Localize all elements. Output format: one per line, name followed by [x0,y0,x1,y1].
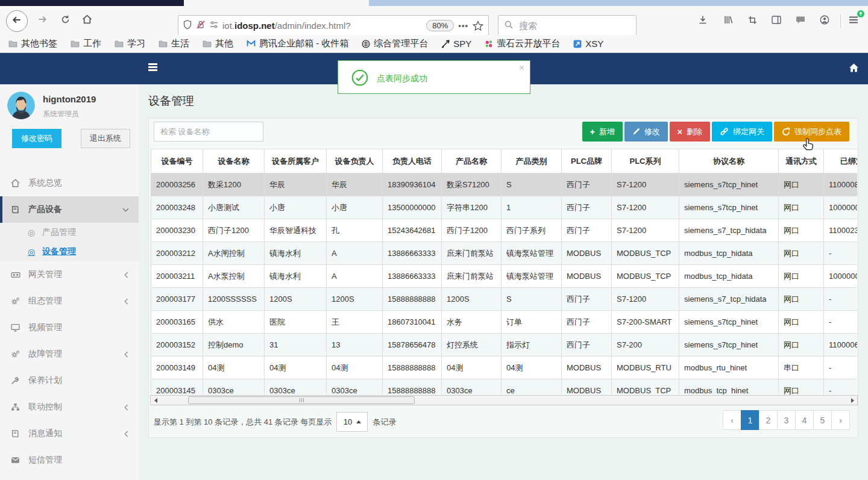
bookmark-item[interactable]: SPY [441,39,471,49]
camera-icon [11,271,22,279]
pager-next[interactable]: › [831,410,850,430]
新增-button[interactable]: +新增 [582,122,623,142]
table-row[interactable]: 2000031771200SSSSSS1200S1200S15888888888… [151,288,858,311]
column-header[interactable]: 已绑定网关 [824,149,858,173]
table-row[interactable]: 200003165供水医院王18607310041水务订单西门子S7-200-S… [151,311,858,334]
table-row[interactable]: 2000031450303ce0303ce0303ce1588888888803… [151,379,858,395]
table-cell: 网口 [779,334,824,357]
scroll-right-arrow[interactable] [848,396,857,405]
table-cell: 13500000000 [383,196,442,219]
pager-prev[interactable]: ‹ [723,410,741,430]
sidebar-item-视频管理[interactable]: 视频管理 [0,314,139,341]
insecure-lock-icon[interactable] [196,20,206,32]
sidebar-toggle-button[interactable] [148,63,157,72]
change-password-button[interactable]: 修改密码 [12,129,61,148]
device-search-input[interactable] [154,122,263,142]
column-header[interactable]: 通讯方式 [779,149,824,173]
permissions-icon[interactable] [210,20,218,31]
logout-button[interactable]: 退出系统 [81,129,130,148]
bookmark-item[interactable]: 综合管理平台 [362,38,428,49]
column-header[interactable]: 设备名称 [203,149,265,173]
scrollbar-thumb[interactable] [188,396,415,404]
close-icon[interactable]: × [519,63,524,73]
table-cell: 镇海泵站管理 [502,242,562,265]
bookmark-item[interactable]: 萤石云开放平台 [485,38,560,49]
bookmark-item[interactable]: 腾讯企业邮箱 - 收件箱 [247,38,348,49]
sidebar-item-故障管理[interactable]: 故障管理 [0,341,139,367]
horizontal-scrollbar[interactable] [150,395,858,405]
bookmark-item[interactable]: 其他 [203,38,233,49]
table-cell: 15888888888 [383,357,442,379]
table-row[interactable]: 200003256数采1200华辰华辰18390936104数采S71200S西… [151,173,858,196]
sidebar-item-组态管理[interactable]: 组态管理 [0,288,139,314]
downloads-button[interactable] [693,11,712,31]
bookmark-item[interactable]: 生活 [159,38,189,49]
sidebar-item-产品管理[interactable]: ◎产品管理 [0,223,139,242]
table-cell: 200003230 [151,219,203,242]
page-size-dropdown[interactable]: 10 [336,412,368,432]
sidebar-item-设备管理[interactable]: ◎设备管理 [0,242,139,261]
sidebar-item-系统总览[interactable]: 系统总览 [0,170,139,196]
account-button[interactable] [815,11,834,31]
sidebar-item-网关管理[interactable]: 网关管理 [0,261,139,288]
window-titlebar-dark [0,0,184,6]
table-cell: 网口 [779,311,824,334]
sidebar-item-clipped[interactable] [0,473,139,480]
bookmarks-bar: 其他书签工作学习生活其他腾讯企业邮箱 - 收件箱综合管理平台SPY萤石云开放平台… [0,35,868,53]
column-header[interactable]: PLC系列 [612,149,679,173]
scroll-left-arrow[interactable] [151,396,160,405]
pager-page-3[interactable]: 3 [777,410,796,430]
column-header[interactable]: 设备负责人 [327,149,383,173]
sidebar-item-短信管理[interactable]: 短信管理 [0,447,139,473]
pager-page-4[interactable]: 4 [795,410,814,430]
删除-button[interactable]: ×删除 [670,122,710,142]
shield-icon[interactable] [183,20,192,32]
pager-page-5[interactable]: 5 [813,410,832,430]
menu-button[interactable] [844,11,863,31]
messages-button[interactable] [791,11,810,31]
sidebar-item-消息通知[interactable]: 消息通知 [0,420,139,447]
browser-search-input[interactable] [518,20,630,31]
column-header[interactable]: PLC品牌 [562,149,612,173]
绑定网关-button[interactable]: 绑定网关 [712,122,772,142]
sidebar-item-联动控制[interactable]: 联动控制 [0,394,139,420]
browser-search-bar[interactable] [498,15,637,36]
bookmark-item[interactable]: 其他书签 [8,38,57,49]
sidebar-item-产品设备[interactable]: 产品设备 [0,196,139,223]
table-row[interactable]: 20000314904测04测04测1588888888804测04测MODBU… [151,357,858,379]
browser-home-button[interactable] [77,11,96,30]
column-header[interactable]: 设备所属客户 [265,149,327,173]
table-cell: 网口 [779,265,824,288]
forward-button[interactable] [33,11,52,30]
sidebar-item-保养计划[interactable]: 保养计划 [0,367,139,394]
column-header[interactable]: 设备编号 [151,149,203,173]
column-header[interactable]: 产品名称 [442,149,502,173]
bookmark-star-icon[interactable] [473,20,483,31]
app-home-icon[interactable] [849,63,859,72]
column-header[interactable]: 协议名称 [679,149,779,173]
screenshot-button[interactable] [743,11,762,31]
url-bar[interactable]: iot.idosp.net/admin/index.html? 80% ••• [178,15,489,36]
强制同步点表-button[interactable]: 强制同步点表 [774,122,849,142]
table-row[interactable]: 200003212A水闸控制镇海水利A13886663333庶来门前泵站镇海泵站… [151,242,858,265]
zoom-level-badge[interactable]: 80% [426,20,454,31]
sidebars-button[interactable] [767,11,786,31]
back-button[interactable] [6,10,28,32]
wrench-icon [11,376,22,385]
pager-page-2[interactable]: 2 [759,410,778,430]
column-header[interactable]: 产品类别 [502,149,562,173]
table-row[interactable]: 200003230西门子1200华辰智通科技孔15243642681西门子120… [151,219,858,242]
pager-page-1[interactable]: 1 [741,410,760,430]
table-row[interactable]: 200003211A水泵控制镇海水利A13886663333庶来门前泵站镇海泵站… [151,265,858,288]
reload-button[interactable] [55,11,75,30]
column-header[interactable]: 负责人电话 [383,149,442,173]
修改-button[interactable]: 修改 [624,122,668,142]
bookmark-item[interactable]: 学习 [115,38,145,49]
bookmark-item[interactable]: 工作 [71,38,101,49]
bookmark-item[interactable]: XSY [573,39,603,49]
table-row[interactable]: 200003152控制demo311315878656478灯控系统指示灯西门子… [151,334,858,357]
library-button[interactable] [719,11,738,31]
chevron-left-icon [124,298,129,305]
table-row[interactable]: 200003248小唐测试小唐小唐13500000000字符串12001西门子S… [151,196,858,219]
page-actions-icon[interactable]: ••• [458,21,468,30]
